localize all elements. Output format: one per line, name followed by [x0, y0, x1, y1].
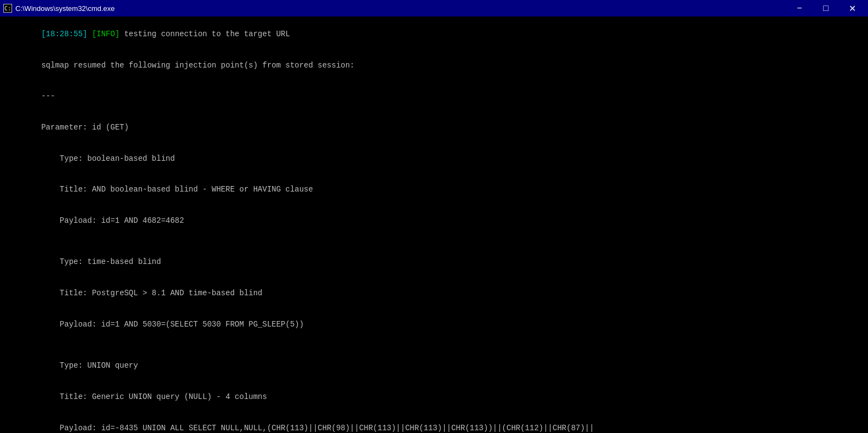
line-text: Type: boolean-based blind [41, 154, 175, 163]
window: C: C:\Windows\system32\cmd.exe − □ ✕ [18… [0, 0, 868, 433]
timestamp: [18:28:55] [41, 30, 92, 38]
info-tag: [INFO] [92, 30, 120, 38]
line-text: Payload: id=-8435 UNION ALL SELECT NULL,… [41, 424, 594, 432]
terminal-line: Type: time-based blind [4, 247, 864, 278]
terminal-line: Title: PostgreSQL > 8.1 AND time-based b… [4, 278, 864, 309]
titlebar-title: C:\Windows\system32\cmd.exe [15, 4, 115, 13]
terminal-line [4, 237, 864, 247]
titlebar-left: C: C:\Windows\system32\cmd.exe [3, 4, 115, 13]
terminal-line: --- [4, 81, 864, 112]
terminal-line: Title: Generic UNION query (NULL) - 4 co… [4, 381, 864, 413]
terminal: [18:28:55] [INFO] testing connection to … [0, 16, 868, 433]
terminal-line: Payload: id=1 AND 4682=4682 [4, 205, 864, 237]
line-text: Title: AND boolean-based blind - WHERE o… [41, 185, 313, 194]
line-text: Title: Generic UNION query (NULL) - 4 co… [41, 392, 267, 401]
line-text: Parameter: id (GET) [41, 123, 129, 132]
minimize-button[interactable]: − [787, 2, 812, 15]
cmd-icon: C: [3, 4, 12, 13]
line-text: Type: UNION query [41, 361, 138, 370]
titlebar-controls: − □ ✕ [787, 2, 865, 15]
line-text: Title: PostgreSQL > 8.1 AND time-based b… [41, 289, 262, 297]
terminal-line: sqlmap resumed the following injection p… [4, 50, 864, 81]
line-text: sqlmap resumed the following injection p… [41, 61, 354, 70]
terminal-line: Parameter: id (GET) [4, 112, 864, 143]
terminal-line: Type: boolean-based blind [4, 143, 864, 175]
terminal-line: Payload: id=1 AND 5030=(SELECT 5030 FROM… [4, 309, 864, 340]
close-button[interactable]: ✕ [839, 2, 865, 15]
line-text: Type: time-based blind [41, 257, 161, 266]
terminal-line: [18:28:55] [INFO] testing connection to … [4, 19, 864, 50]
line-text: Payload: id=1 AND 4682=4682 [41, 216, 184, 225]
terminal-line: Payload: id=-8435 UNION ALL SELECT NULL,… [4, 413, 864, 433]
terminal-wrapper: [18:28:55] [INFO] testing connection to … [4, 19, 864, 433]
svg-text:C:: C: [4, 5, 11, 12]
terminal-line: Title: AND boolean-based blind - WHERE o… [4, 174, 864, 205]
line-text: Payload: id=1 AND 5030=(SELECT 5030 FROM… [41, 320, 304, 329]
line-text: testing connection to the target URL [120, 30, 290, 38]
terminal-line: Type: UNION query [4, 351, 864, 382]
titlebar: C: C:\Windows\system32\cmd.exe − □ ✕ [0, 0, 868, 16]
terminal-line [4, 340, 864, 351]
maximize-button[interactable]: □ [813, 2, 838, 15]
line-text: --- [41, 92, 55, 100]
